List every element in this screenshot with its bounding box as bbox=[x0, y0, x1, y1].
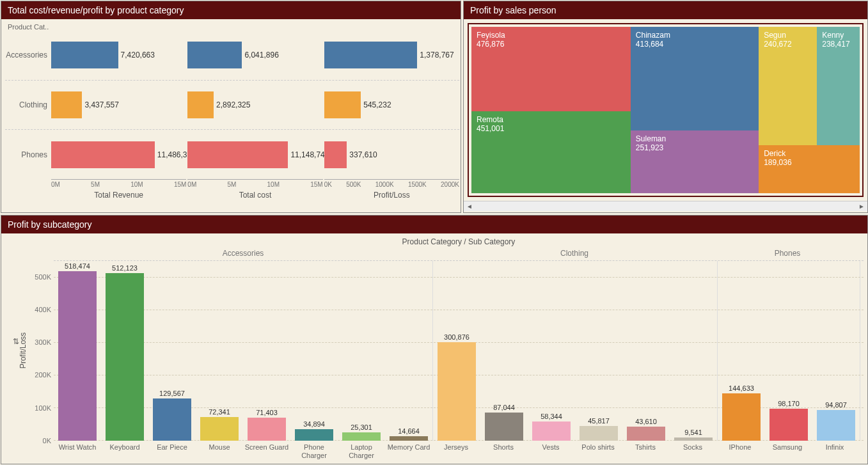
bar-socks[interactable] bbox=[674, 437, 713, 441]
treemap-cell-feyisola[interactable]: Feyisola476,876 bbox=[471, 27, 631, 111]
axis-tick: 2000K bbox=[441, 181, 459, 188]
bar-value: 518,474 bbox=[65, 262, 90, 270]
panel3-title: Profit by subcategory bbox=[1, 216, 867, 233]
bar-col-shorts: 87,044 bbox=[480, 261, 528, 441]
bar-wrist-watch[interactable] bbox=[58, 271, 97, 441]
bar-ear-piece[interactable] bbox=[153, 398, 191, 441]
bar-value-label: 2,892,325 bbox=[216, 100, 250, 109]
axis-tick: 0M bbox=[187, 181, 196, 188]
bar-value: 72,341 bbox=[209, 408, 230, 416]
y-axis-label: Profit/Loss bbox=[19, 333, 28, 369]
scroll-right-icon[interactable]: ► bbox=[858, 203, 865, 210]
axis-tick: 1500K bbox=[408, 181, 427, 188]
bar-shorts[interactable] bbox=[485, 413, 523, 441]
panel2-title: Profit by sales person bbox=[464, 1, 867, 19]
bar-col-mouse: 72,341 bbox=[196, 261, 243, 441]
bar-accessories-totalrevenue[interactable]: 7,420,663 bbox=[51, 42, 118, 68]
x-label: Shorts bbox=[480, 443, 527, 461]
treemap-cell-name: Segun bbox=[764, 31, 812, 40]
treemap-cell-value: 240,672 bbox=[764, 40, 812, 49]
bar-screen-guard[interactable] bbox=[248, 418, 286, 441]
category-chart[interactable]: Product Cat.. Accessories7,420,6636,041,… bbox=[1, 19, 461, 212]
panel-category-chart: Total cost/revenue/profit by product cat… bbox=[1, 1, 461, 213]
bar-iphone[interactable] bbox=[722, 393, 761, 441]
bar-phone-charger[interactable] bbox=[295, 429, 333, 441]
bar-samsung[interactable] bbox=[769, 409, 808, 441]
treemap-cell-suleman[interactable]: Suleman251,923 bbox=[631, 130, 759, 193]
axis-tick: 15M bbox=[310, 181, 322, 188]
bar-phones-totalrevenue[interactable]: 11,486,355 bbox=[51, 141, 155, 168]
treemap-cell-name: Suleman bbox=[636, 134, 754, 143]
bar-clothing-profitloss[interactable]: 545,232 bbox=[324, 91, 361, 118]
treemap-cell-remota[interactable]: Remota451,001 bbox=[471, 111, 631, 193]
x-label: Mouse bbox=[196, 443, 243, 461]
bar-col-ear-piece: 129,567 bbox=[148, 261, 196, 441]
treemap-scrollbar[interactable]: ◄ ► bbox=[464, 201, 867, 211]
group-header-phones: Phones bbox=[716, 246, 858, 260]
subcategory-chart[interactable]: Product Category / Sub Category Accessor… bbox=[1, 233, 867, 464]
x-label: Phone Charger bbox=[290, 443, 338, 461]
treemap-cell-value: 251,923 bbox=[636, 143, 754, 152]
bar-phones-profitloss[interactable]: 337,610 bbox=[324, 141, 347, 168]
axis-tick: 10M bbox=[130, 181, 143, 188]
x-label: Memory Card bbox=[385, 443, 432, 461]
treemap-cell-name: Chinazam bbox=[636, 31, 754, 40]
bar-value-label: 1,378,767 bbox=[420, 51, 454, 59]
bar-laptop-charger[interactable] bbox=[342, 432, 381, 441]
treemap-cell-segun[interactable]: Segun240,672 bbox=[759, 27, 817, 145]
axis-tick: 0K bbox=[324, 181, 332, 188]
bar-accessories-totalcost[interactable]: 6,041,896 bbox=[187, 42, 242, 68]
scroll-left-icon[interactable]: ◄ bbox=[466, 203, 473, 210]
category-label: Accessories bbox=[5, 51, 51, 59]
y-tick: 500K bbox=[35, 273, 51, 281]
bar-value-label: 7,420,663 bbox=[121, 51, 155, 59]
axis-tick: 5M bbox=[91, 181, 100, 188]
bar-value: 45,817 bbox=[588, 417, 610, 425]
bar-value: 512,123 bbox=[112, 264, 138, 272]
x-label: Vests bbox=[527, 443, 574, 461]
treemap-cell-derick[interactable]: Derick189,036 bbox=[759, 145, 860, 193]
bar-value: 14,664 bbox=[398, 427, 420, 435]
treemap-cell-kenny[interactable]: Kenny238,417 bbox=[817, 27, 860, 145]
bar-jerseys[interactable] bbox=[438, 342, 476, 441]
treemap-cell-value: 451,001 bbox=[477, 124, 626, 133]
axis-tick: 1000K bbox=[375, 181, 394, 188]
bar-vests[interactable] bbox=[532, 422, 571, 441]
bar-memory-card[interactable] bbox=[390, 436, 428, 441]
bar-clothing-totalrevenue[interactable]: 3,437,557 bbox=[51, 91, 82, 118]
bar-value: 300,876 bbox=[444, 333, 470, 341]
group-header-accessories: Accessories bbox=[54, 246, 432, 260]
x-label: Jerseys bbox=[432, 443, 480, 461]
bar-col-iphone: 144,633 bbox=[718, 261, 765, 441]
bar-polo-shirts[interactable] bbox=[580, 426, 618, 441]
treemap-cell-name: Kenny bbox=[822, 31, 855, 40]
bar-tshirts[interactable] bbox=[627, 427, 665, 441]
bar-col-screen-guard: 71,403 bbox=[243, 261, 290, 441]
bar-accessories-profitloss[interactable]: 1,378,767 bbox=[324, 42, 418, 68]
panel-subcategory-chart: Profit by subcategory Product Category /… bbox=[1, 215, 868, 464]
bar-phones-totalcost[interactable]: 11,148,745 bbox=[187, 141, 288, 168]
y-tick: 0K bbox=[43, 437, 51, 445]
treemap-cell-value: 189,036 bbox=[764, 158, 855, 167]
treemap-cell-chinazam[interactable]: Chinazam413,684 bbox=[631, 27, 759, 130]
x-label: Laptop Charger bbox=[338, 443, 385, 461]
bar-mouse[interactable] bbox=[200, 417, 239, 441]
treemap-cell-name: Remota bbox=[477, 115, 626, 124]
bar-keyboard[interactable] bbox=[106, 273, 144, 441]
bar-col-infinix: 94,807 bbox=[812, 261, 860, 441]
bar-clothing-totalcost[interactable]: 2,892,325 bbox=[187, 91, 214, 118]
category-axis-header: Product Cat.. bbox=[5, 23, 459, 31]
treemap-cell-value: 413,684 bbox=[636, 40, 754, 49]
axis-title: Total Revenue bbox=[51, 191, 186, 200]
bar-value: 43,610 bbox=[635, 418, 657, 425]
treemap-chart[interactable]: Feyisola476,876Remota451,001Chinazam413,… bbox=[471, 27, 860, 193]
bar-col-laptop-charger: 25,301 bbox=[338, 261, 385, 441]
bar-value-label: 3,437,557 bbox=[84, 100, 118, 109]
bar-col-memory-card: 14,664 bbox=[385, 261, 432, 441]
bar-col-polo-shirts: 45,817 bbox=[575, 261, 622, 441]
bar-value: 58,344 bbox=[541, 413, 562, 420]
x-label: IPhone bbox=[716, 443, 764, 461]
bar-infinix[interactable] bbox=[817, 410, 855, 441]
bar-value: 25,301 bbox=[351, 423, 372, 431]
category-row: Phones11,486,35511,148,745337,610 bbox=[5, 130, 459, 179]
